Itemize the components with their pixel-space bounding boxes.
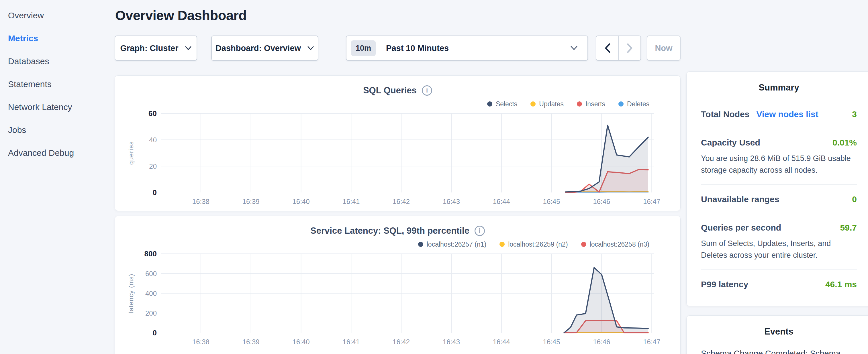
chart-legend: localhost:26257 (n1)localhost:26259 (n2)… [115,239,649,249]
y-axis-tick: 20 [149,162,157,170]
chart-title: SQL Queries [363,85,417,96]
legend-label: Selects [496,100,517,108]
x-axis-tick: 16:40 [292,198,309,205]
y-axis-label: latency (ms) [127,273,135,313]
chevron-down-icon [307,46,314,51]
summary-subtext: You are using 28.6 MiB of 515.9 GiB usab… [701,153,857,176]
summary-row-capacity-used: Capacity Used 0.01% You are using 28.6 M… [701,128,857,185]
legend-dot [618,101,624,106]
x-axis-tick: 16:47 [643,338,660,346]
x-axis-tick: 16:45 [543,338,560,346]
right-sidebar: Summary Total Nodes View nodes list 3 Ca… [686,0,868,354]
y-axis-label: queries [127,141,135,165]
legend-dot [581,242,586,247]
page-title: Overview Dashboard [115,7,681,23]
x-axis-tick: 16:44 [493,198,510,205]
legend-item: localhost:26257 (n1) [418,240,486,248]
time-forward-button[interactable] [618,36,641,60]
summary-subtext: Sum of Selects, Updates, Inserts, and De… [701,238,857,261]
events-panel: Events Schema Change Completed: Schema c… [686,315,868,354]
legend-label: localhost:26258 (n3) [590,240,649,248]
summary-value: 3 [852,109,857,119]
summary-label: Queries per second [701,223,781,232]
x-axis-tick: 16:39 [242,198,260,205]
y-axis-tick: 600 [145,270,157,278]
summary-value: 0 [852,194,857,204]
sidebar-item-overview[interactable]: Overview [0,4,115,27]
summary-value: 59.7 [840,223,857,232]
view-nodes-list-link[interactable]: View nodes list [756,109,818,119]
legend-dot [487,101,492,106]
service-latency-chart-panel: Service Latency: SQL, 99th percentile i … [115,216,681,354]
app-root: Overview Metrics Databases Statements Ne… [0,0,868,354]
summary-row-total-nodes: Total Nodes View nodes list 3 [701,100,857,128]
legend-item: Selects [487,100,517,108]
legend-label: Inserts [585,100,605,108]
legend-label: Deletes [627,100,649,108]
summary-label: Unavailable ranges [701,194,779,204]
y-axis-tick: 0 [153,188,157,197]
y-axis-tick: 40 [149,136,157,144]
chevron-right-icon [627,43,633,53]
graph-dropdown-label: Graph: Cluster [120,43,178,53]
sidebar-item-network-latency[interactable]: Network Latency [0,96,115,119]
x-axis-tick: 16:42 [393,338,410,346]
chevron-down-icon [185,46,192,51]
x-axis-tick: 16:41 [342,338,360,346]
chart-canvas[interactable]: 16:3816:3916:4016:4116:4216:4316:4416:45… [115,109,680,207]
time-back-button[interactable] [596,36,618,60]
legend-dot [577,101,582,106]
legend-label: localhost:26257 (n1) [427,240,486,248]
legend-label: Updates [539,100,564,108]
x-axis-tick: 16:45 [543,198,560,205]
x-axis-tick: 16:43 [443,198,460,205]
legend-dot [499,242,505,247]
controls-bar: Graph: Cluster Dashboard: Overview 10m P… [115,35,681,61]
summary-row-p99-latency: P99 latency 46.1 ms [701,270,857,298]
sidebar-item-databases[interactable]: Databases [0,50,115,73]
x-axis-tick: 16:46 [593,338,610,346]
x-axis-tick: 16:38 [192,338,210,346]
legend-item: Deletes [618,100,649,108]
legend-item: Inserts [577,100,605,108]
chart-canvas[interactable]: 16:3816:3916:4016:4116:4216:4316:4416:45… [115,249,680,348]
time-range-badge: 10m [351,40,376,56]
info-icon[interactable]: i [422,85,432,96]
chart-legend: SelectsUpdatesInsertsDeletes [115,99,649,109]
info-icon[interactable]: i [474,226,485,236]
x-axis-tick: 16:41 [342,198,360,205]
x-axis-tick: 16:42 [393,198,410,205]
summary-row-queries-per-second: Queries per second 59.7 Sum of Selects, … [701,213,857,270]
sidebar-item-metrics[interactable]: Metrics [0,27,115,50]
dashboard-dropdown[interactable]: Dashboard: Overview [211,35,318,61]
x-axis-tick: 16:44 [493,338,510,346]
sql-queries-chart-panel: SQL Queries i SelectsUpdatesInsertsDelet… [115,75,681,211]
time-step-buttons [596,35,641,61]
y-axis-tick: 60 [149,109,157,118]
x-axis-tick: 16:39 [242,338,260,346]
x-axis-tick: 16:40 [292,338,309,346]
chart-title: Service Latency: SQL, 99th percentile [310,226,469,236]
summary-label: Total Nodes [701,109,749,119]
sidebar-item-statements[interactable]: Statements [0,73,115,96]
event-item-text: Schema Change Completed: Schema change w… [701,347,857,354]
x-axis-tick: 16:46 [593,198,610,205]
summary-row-unavailable-ranges: Unavailable ranges 0 [701,185,857,213]
time-range-picker[interactable]: 10m Past 10 Minutes [346,35,588,61]
now-button[interactable]: Now [647,35,681,61]
legend-item: localhost:26259 (n2) [499,240,568,248]
sidebar-item-jobs[interactable]: Jobs [0,119,115,141]
dashboard-dropdown-label: Dashboard: Overview [216,43,301,53]
summary-value: 46.1 ms [825,280,857,289]
graph-dropdown[interactable]: Graph: Cluster [115,35,197,61]
sidebar-item-advanced-debug[interactable]: Advanced Debug [0,141,115,164]
time-range-label: Past 10 Minutes [386,43,570,53]
y-axis-tick: 400 [145,290,157,297]
legend-item: Updates [530,100,564,108]
y-axis-tick: 200 [145,309,157,317]
summary-label: P99 latency [701,280,748,289]
chevron-left-icon [604,43,611,53]
legend-dot [530,101,535,106]
summary-title: Summary [701,83,857,93]
main-content: Overview Dashboard Graph: Cluster Dashbo… [115,0,681,354]
